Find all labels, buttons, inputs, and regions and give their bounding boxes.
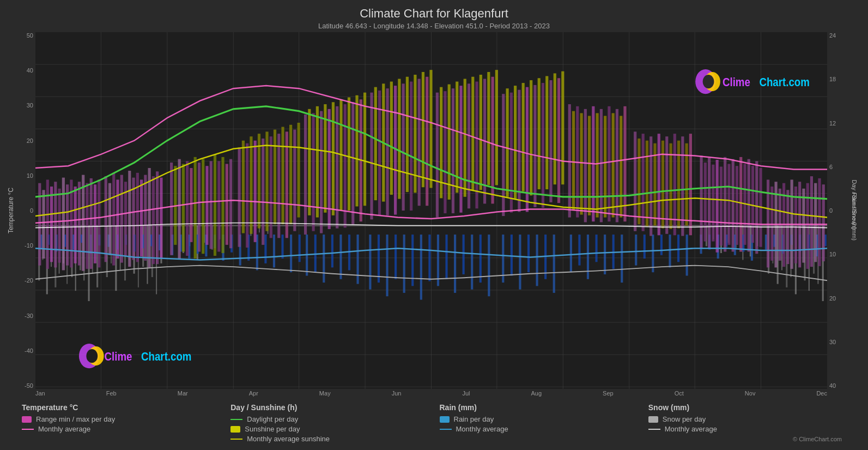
svg-rect-266 <box>436 93 439 218</box>
svg-rect-263 <box>422 72 424 187</box>
svg-rect-205 <box>182 164 185 251</box>
svg-rect-236 <box>312 113 315 231</box>
right-axis-sunshine-ticks: 24 18 12 6 0 10 20 30 40 <box>827 32 846 389</box>
svg-rect-282 <box>502 94 505 216</box>
svg-rect-117 <box>339 235 342 279</box>
svg-rect-132 <box>471 235 473 290</box>
svg-rect-185 <box>94 184 96 263</box>
svg-rect-240 <box>328 109 331 229</box>
svg-rect-119 <box>357 235 359 284</box>
svg-rect-291 <box>538 78 541 189</box>
svg-rect-254 <box>386 88 389 215</box>
svg-rect-249 <box>363 93 366 206</box>
legend-title-sunshine: Day / Sunshine (h) <box>230 403 428 412</box>
svg-rect-335 <box>727 164 730 244</box>
svg-rect-154 <box>677 235 679 262</box>
copyright: © ClimeChart.com <box>793 436 842 442</box>
svg-rect-250 <box>370 93 373 220</box>
legend-item-temp-avg: Monthly average <box>22 425 220 433</box>
svg-rect-225 <box>265 131 268 231</box>
svg-rect-210 <box>202 159 204 254</box>
legend-item-snow-avg: Monthly average <box>648 425 846 433</box>
svg-rect-341 <box>751 166 754 243</box>
chart-title: Climate Chart for Klagenfurt <box>0 7 868 21</box>
legend-line-daylight <box>230 419 242 420</box>
svg-rect-316 <box>646 141 648 226</box>
svg-rect-293 <box>545 76 548 189</box>
svg-rect-128 <box>437 235 439 286</box>
svg-rect-353 <box>802 189 805 263</box>
svg-rect-245 <box>348 97 350 211</box>
legend-line-snow-avg <box>648 429 660 430</box>
svg-rect-200 <box>156 171 159 264</box>
svg-rect-134 <box>488 235 490 296</box>
svg-rect-351 <box>794 187 797 263</box>
legend-line-sunshine-avg <box>230 439 242 440</box>
svg-rect-264 <box>426 77 428 206</box>
svg-rect-272 <box>459 86 462 213</box>
svg-rect-152 <box>660 235 663 255</box>
svg-rect-214 <box>217 161 220 251</box>
svg-rect-229 <box>281 127 284 225</box>
svg-text:Clime: Clime <box>723 75 750 89</box>
svg-rect-305 <box>596 113 599 217</box>
svg-rect-191 <box>120 175 123 263</box>
svg-rect-123 <box>394 235 397 279</box>
svg-rect-227 <box>274 130 276 225</box>
svg-rect-221 <box>250 136 252 234</box>
legend-item-rain-per-day: Rain per day <box>440 415 638 423</box>
svg-rect-142 <box>570 235 572 272</box>
legend-line-rain-avg <box>440 429 452 430</box>
svg-rect-182 <box>82 175 84 271</box>
month-jan: Jan <box>35 390 45 397</box>
left-axis-label: Temperature °C <box>5 32 16 389</box>
svg-rect-222 <box>254 141 257 242</box>
svg-rect-334 <box>724 157 726 252</box>
svg-rect-136 <box>511 235 513 275</box>
svg-rect-217 <box>229 159 232 248</box>
svg-rect-188 <box>108 183 111 255</box>
svg-rect-129 <box>445 235 447 279</box>
svg-rect-333 <box>720 167 723 246</box>
svg-rect-215 <box>221 157 224 253</box>
svg-rect-196 <box>140 179 143 256</box>
svg-rect-268 <box>444 91 446 213</box>
svg-rect-277 <box>479 75 482 190</box>
svg-rect-276 <box>475 82 478 209</box>
svg-rect-141 <box>553 235 555 293</box>
svg-rect-285 <box>514 86 517 199</box>
svg-rect-239 <box>324 104 326 213</box>
svg-rect-109 <box>273 235 275 267</box>
svg-rect-204 <box>178 159 181 259</box>
svg-rect-178 <box>66 184 69 265</box>
chart-svg: Clime Chart.com Clime Chart.com <box>35 32 827 389</box>
month-jul: Jul <box>462 390 470 397</box>
svg-rect-224 <box>262 139 264 245</box>
legend-swatch-rain <box>440 416 450 423</box>
legend-swatch-snow <box>648 416 658 423</box>
right-axis-container: 24 18 12 6 0 10 20 30 40 Day / Sunshine … <box>827 32 863 389</box>
svg-rect-306 <box>600 109 603 223</box>
svg-rect-235 <box>308 109 311 215</box>
svg-rect-262 <box>418 79 421 206</box>
svg-rect-312 <box>623 106 626 221</box>
month-nov: Nov <box>745 390 756 397</box>
svg-rect-356 <box>814 183 817 262</box>
svg-rect-354 <box>806 183 809 269</box>
svg-rect-174 <box>50 187 53 262</box>
legend-item-temp-range: Range min / max per day <box>22 415 220 423</box>
svg-rect-228 <box>277 134 280 238</box>
svg-rect-357 <box>818 178 821 266</box>
svg-rect-279 <box>487 72 490 185</box>
svg-rect-280 <box>491 77 494 204</box>
svg-rect-219 <box>242 141 245 233</box>
svg-rect-342 <box>755 161 758 254</box>
svg-rect-237 <box>316 106 319 218</box>
svg-rect-112 <box>299 235 301 262</box>
svg-rect-295 <box>554 73 556 184</box>
svg-rect-328 <box>700 155 702 248</box>
svg-rect-115 <box>323 235 325 283</box>
main-container: Climate Chart for Klagenfurt Latitude 46… <box>0 0 868 450</box>
svg-rect-299 <box>572 111 575 211</box>
svg-rect-332 <box>716 160 719 253</box>
